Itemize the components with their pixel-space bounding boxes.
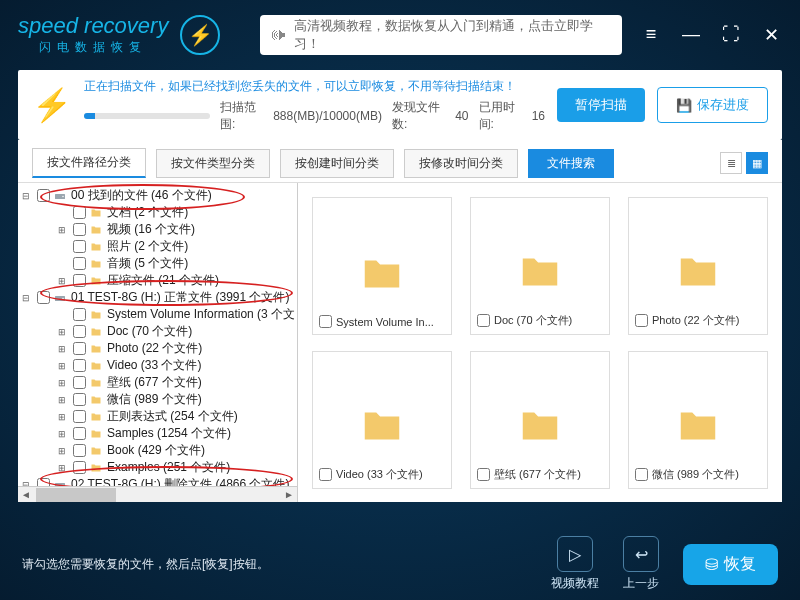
expand-icon[interactable]: ⊞: [58, 429, 70, 439]
expand-icon[interactable]: ⊞: [58, 225, 70, 235]
grid-checkbox[interactable]: [319, 468, 332, 481]
expand-icon[interactable]: ⊞: [58, 463, 70, 473]
view-grid-icon[interactable]: ▦: [746, 152, 768, 174]
folder-icon: [89, 258, 103, 270]
tree-checkbox[interactable]: [73, 206, 86, 219]
footer-bar: 请勾选您需要恢复的文件，然后点[恢复]按钮。 ▷ 视频教程 ↩ 上一步 ⛁ 恢复: [0, 528, 800, 600]
tree-node[interactable]: System Volume Information (3 个文: [18, 306, 297, 323]
tree-checkbox[interactable]: [73, 444, 86, 457]
tree-label: 00 找到的文件 (46 个文件): [71, 187, 212, 204]
pause-scan-button[interactable]: 暂停扫描: [557, 88, 645, 122]
tab-by-created[interactable]: 按创建时间分类: [280, 149, 394, 178]
tree-node[interactable]: ⊞微信 (989 个文件): [18, 391, 297, 408]
grid-item[interactable]: System Volume In...: [312, 197, 452, 335]
folder-icon: [89, 411, 103, 423]
expand-icon[interactable]: ⊞: [58, 446, 70, 456]
video-tutorial-button[interactable]: ▷ 视频教程: [551, 536, 599, 592]
grid-item[interactable]: Photo (22 个文件): [628, 197, 768, 335]
tree-checkbox[interactable]: [73, 257, 86, 270]
time-value: 16: [532, 109, 545, 123]
promo-banner[interactable]: 🕪 高清视频教程，数据恢复从入门到精通，点击立即学习！: [260, 15, 622, 55]
tree-node[interactable]: ⊞壁纸 (677 个文件): [18, 374, 297, 391]
tree-node[interactable]: ⊞正则表达式 (254 个文件): [18, 408, 297, 425]
grid-label: Video (33 个文件): [336, 467, 423, 482]
grid-checkbox[interactable]: [319, 315, 332, 328]
expand-icon[interactable]: ⊞: [58, 395, 70, 405]
tree-checkbox[interactable]: [73, 410, 86, 423]
grid-checkbox[interactable]: [635, 314, 648, 327]
tree-checkbox[interactable]: [73, 359, 86, 372]
tree-node[interactable]: ⊟01 TEST-8G (H:) 正常文件 (3991 个文件): [18, 289, 297, 306]
folder-icon: [89, 394, 103, 406]
tree-node[interactable]: ⊟00 找到的文件 (46 个文件): [18, 187, 297, 204]
tree-node[interactable]: 文档 (2 个文件): [18, 204, 297, 221]
tree-checkbox[interactable]: [73, 342, 86, 355]
tree-checkbox[interactable]: [73, 376, 86, 389]
range-value: 888(MB)/10000(MB): [273, 109, 382, 123]
tab-by-path[interactable]: 按文件路径分类: [32, 148, 146, 178]
tree-node[interactable]: ⊞Doc (70 个文件): [18, 323, 297, 340]
grid-checkbox[interactable]: [477, 468, 490, 481]
tree-label: Doc (70 个文件): [107, 323, 192, 340]
tree-node[interactable]: ⊞Samples (1254 个文件): [18, 425, 297, 442]
grid-item[interactable]: Doc (70 个文件): [470, 197, 610, 335]
folder-icon: [89, 275, 103, 287]
file-tree[interactable]: ⊟00 找到的文件 (46 个文件)文档 (2 个文件)⊞视频 (16 个文件)…: [18, 183, 298, 502]
tree-node[interactable]: ⊞压缩文件 (21 个文件): [18, 272, 297, 289]
tree-hscrollbar[interactable]: ◄ ►: [18, 486, 297, 502]
close-button[interactable]: ✕: [760, 24, 782, 46]
tree-label: 微信 (989 个文件): [107, 391, 202, 408]
expand-icon[interactable]: ⊟: [22, 293, 34, 303]
expand-icon[interactable]: ⊞: [58, 327, 70, 337]
view-list-icon[interactable]: ≣: [720, 152, 742, 174]
tree-node[interactable]: ⊞视频 (16 个文件): [18, 221, 297, 238]
scroll-left-icon[interactable]: ◄: [18, 489, 34, 500]
expand-icon[interactable]: ⊞: [58, 378, 70, 388]
tree-checkbox[interactable]: [73, 325, 86, 338]
tree-checkbox[interactable]: [37, 291, 50, 304]
tree-checkbox[interactable]: [73, 223, 86, 236]
grid-item[interactable]: 微信 (989 个文件): [628, 351, 768, 489]
tree-label: 文档 (2 个文件): [107, 204, 188, 221]
expand-icon[interactable]: ⊞: [58, 344, 70, 354]
tree-node[interactable]: 照片 (2 个文件): [18, 238, 297, 255]
recover-button[interactable]: ⛁ 恢复: [683, 544, 778, 585]
tree-label: Samples (1254 个文件): [107, 425, 231, 442]
tree-node[interactable]: 音频 (5 个文件): [18, 255, 297, 272]
tree-checkbox[interactable]: [73, 461, 86, 474]
tree-node[interactable]: ⊞Examples (251 个文件): [18, 459, 297, 476]
expand-icon[interactable]: ⊞: [58, 276, 70, 286]
expand-icon[interactable]: ⊞: [58, 412, 70, 422]
tree-label: 01 TEST-8G (H:) 正常文件 (3991 个文件): [71, 289, 290, 306]
prev-step-button[interactable]: ↩ 上一步: [623, 536, 659, 592]
tab-search[interactable]: 文件搜索: [528, 149, 614, 178]
grid-checkbox[interactable]: [635, 468, 648, 481]
tree-label: 视频 (16 个文件): [107, 221, 195, 238]
minimize-button[interactable]: ―: [680, 24, 702, 46]
grid-label: Doc (70 个文件): [494, 313, 572, 328]
grid-checkbox[interactable]: [477, 314, 490, 327]
tree-checkbox[interactable]: [37, 189, 50, 202]
file-grid: System Volume In... Doc (70 个文件)Photo (2…: [298, 183, 782, 502]
tree-checkbox[interactable]: [73, 308, 86, 321]
folder-icon: [89, 309, 103, 321]
tree-checkbox[interactable]: [73, 274, 86, 287]
expand-icon[interactable]: ⊟: [22, 191, 34, 201]
expand-icon[interactable]: ⊞: [58, 361, 70, 371]
scroll-thumb[interactable]: [36, 488, 116, 502]
tree-checkbox[interactable]: [73, 393, 86, 406]
tree-node[interactable]: ⊞Video (33 个文件): [18, 357, 297, 374]
grid-item[interactable]: Video (33 个文件): [312, 351, 452, 489]
menu-button[interactable]: ≡: [640, 24, 662, 46]
tree-node[interactable]: ⊞Book (429 个文件): [18, 442, 297, 459]
tab-by-modified[interactable]: 按修改时间分类: [404, 149, 518, 178]
grid-item[interactable]: 壁纸 (677 个文件): [470, 351, 610, 489]
tree-checkbox[interactable]: [73, 240, 86, 253]
speaker-icon: 🕪: [270, 26, 286, 44]
tab-by-type[interactable]: 按文件类型分类: [156, 149, 270, 178]
save-progress-button[interactable]: 💾保存进度: [657, 87, 768, 123]
scroll-right-icon[interactable]: ►: [281, 489, 297, 500]
maximize-button[interactable]: ⛶: [720, 24, 742, 46]
tree-node[interactable]: ⊞Photo (22 个文件): [18, 340, 297, 357]
tree-checkbox[interactable]: [73, 427, 86, 440]
